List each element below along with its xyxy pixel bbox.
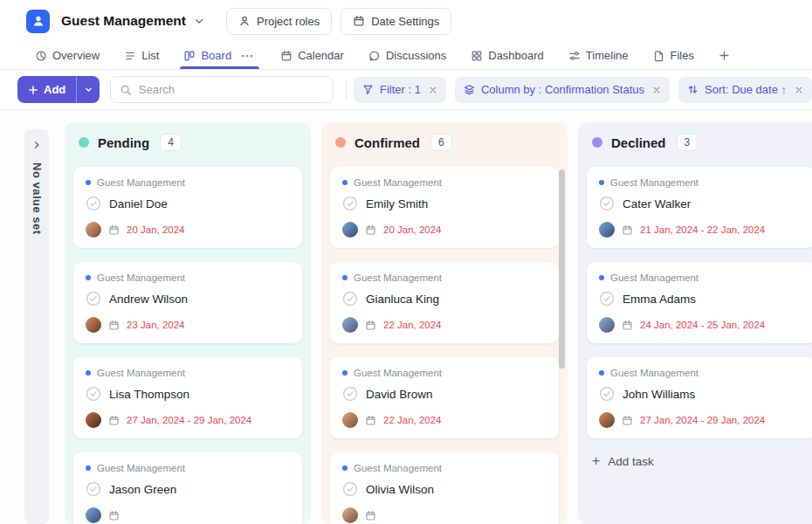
tab-discussions[interactable]: Discussions	[368, 42, 446, 69]
project-dot	[86, 180, 91, 185]
assignee-avatar	[86, 222, 101, 238]
card-project-name: Guest Management	[354, 272, 442, 283]
column-by-clear-icon[interactable]	[652, 86, 661, 94]
check-circle-icon[interactable]	[86, 386, 101, 402]
task-card[interactable]: Guest Management Emma Adams 24 Jan, 2024…	[587, 262, 812, 343]
check-circle-icon[interactable]	[599, 291, 615, 307]
plus-icon: +	[592, 454, 600, 468]
board-options-menu-icon[interactable]: ⋯	[238, 47, 256, 64]
assignee-avatar	[342, 222, 358, 238]
file-icon	[653, 50, 665, 62]
check-circle-icon[interactable]	[342, 291, 358, 307]
check-circle-icon[interactable]	[342, 481, 358, 497]
task-title: Cater Walker	[623, 197, 691, 210]
task-card[interactable]: Guest Management David Brown 22 Jan, 202…	[330, 357, 559, 438]
date-settings-button[interactable]: Date Settings	[341, 8, 451, 35]
filter-chip[interactable]: Filter : 1	[354, 77, 446, 103]
check-circle-icon[interactable]	[86, 196, 101, 211]
task-title: Jason Green	[109, 483, 176, 496]
search-input[interactable]	[139, 83, 324, 96]
column-by-chip[interactable]: Column by : Confirmation Status	[455, 77, 670, 103]
tab-calendar[interactable]: Calendar	[280, 42, 344, 69]
card-project-name: Guest Management	[610, 368, 698, 378]
card-project-name: Guest Management	[354, 368, 442, 378]
project-dot	[599, 275, 604, 280]
tab-files[interactable]: Files	[653, 42, 694, 69]
column-pending: Pending 4 Guest Management Daniel Doe 20…	[65, 122, 311, 524]
card-project-name: Guest Management	[610, 177, 698, 188]
project-roles-label: Project roles	[257, 15, 320, 28]
assignee-avatar	[342, 507, 358, 523]
card-project-name: Guest Management	[354, 463, 442, 473]
tab-timeline[interactable]: Timeline	[568, 42, 629, 69]
due-date: 24 Jan, 2024 - 25 Jan, 2024	[640, 320, 765, 330]
task-card[interactable]: Guest Management Andrew Wilson 23 Jan, 2…	[73, 262, 302, 343]
check-circle-icon[interactable]	[86, 291, 101, 307]
board-toolbar: Add Filter : 1 Column by : Confirmation …	[0, 70, 812, 110]
project-switcher-chevron-icon[interactable]	[193, 15, 205, 27]
collapsed-column-no-value-set[interactable]: No value set	[24, 129, 49, 524]
task-card[interactable]: Guest Management Jason Green	[73, 452, 302, 524]
add-view-button[interactable]	[719, 42, 730, 69]
task-card[interactable]: Guest Management Gianluca King 22 Jan, 2…	[330, 262, 559, 343]
view-tabs: Overview List Board ⋯ Calendar Discussio…	[0, 42, 812, 70]
sort-chip[interactable]: Sort: Due date ↑	[678, 77, 812, 103]
timeline-icon	[568, 50, 581, 62]
date-settings-label: Date Settings	[371, 15, 439, 28]
sort-chip-label: Sort: Due date ↑	[705, 83, 787, 96]
plus-icon	[28, 85, 38, 95]
column-header: Declined 3	[578, 122, 812, 153]
calendar-icon	[365, 320, 376, 331]
column-scrollbar[interactable]	[559, 169, 565, 369]
tab-board[interactable]: Board	[183, 49, 231, 62]
tab-list-label: List	[141, 49, 159, 62]
check-circle-icon[interactable]	[599, 386, 615, 402]
add-button-dropdown[interactable]	[76, 76, 99, 103]
add-button[interactable]: Add	[17, 76, 100, 103]
task-title: Lisa Thompson	[109, 388, 189, 401]
tab-dashboard[interactable]: Dashboard	[471, 42, 544, 69]
person-icon	[238, 15, 251, 27]
task-card[interactable]: Guest Management Olivia Wilson	[330, 452, 559, 524]
column-header: Pending 4	[65, 122, 311, 153]
task-title: Andrew Wilson	[109, 293, 188, 306]
expand-chevron-icon[interactable]	[31, 140, 42, 150]
filter-icon	[362, 84, 374, 95]
dashboard-icon	[471, 50, 483, 62]
filter-clear-icon[interactable]	[429, 86, 437, 94]
check-circle-icon[interactable]	[86, 481, 101, 497]
check-circle-icon[interactable]	[342, 196, 358, 211]
calendar-icon	[365, 224, 376, 236]
add-button-main[interactable]: Add	[17, 76, 76, 103]
column-count-badge: 4	[160, 134, 182, 151]
tab-overview[interactable]: Overview	[35, 42, 100, 69]
list-icon	[124, 50, 136, 62]
task-title: Emma Adams	[623, 293, 696, 306]
project-roles-button[interactable]: Project roles	[226, 8, 332, 35]
card-list: Guest Management Daniel Doe 20 Jan, 2024…	[65, 153, 311, 524]
check-circle-icon[interactable]	[599, 196, 615, 211]
tab-discussions-label: Discussions	[386, 49, 446, 62]
sort-clear-icon[interactable]	[795, 86, 803, 94]
card-list: Guest Management Cater Walker 21 Jan, 20…	[578, 153, 812, 438]
filter-chip-label: Filter : 1	[380, 83, 421, 96]
tab-list[interactable]: List	[124, 42, 159, 69]
card-project-name: Guest Management	[610, 272, 698, 283]
task-title: John Williams	[623, 388, 695, 401]
kanban-board: No value set Pending 4 Guest Management …	[0, 110, 812, 524]
calendar-icon	[622, 415, 633, 426]
calendar-icon	[365, 510, 376, 521]
column-by-chip-label: Column by : Confirmation Status	[481, 83, 644, 96]
task-card[interactable]: Guest Management Cater Walker 21 Jan, 20…	[587, 167, 812, 248]
task-card[interactable]: Guest Management Emily Smith 20 Jan, 202…	[330, 167, 559, 248]
task-title: Gianluca King	[366, 293, 439, 306]
task-card[interactable]: Guest Management Daniel Doe 20 Jan, 2024	[73, 167, 302, 248]
card-project-name: Guest Management	[354, 177, 442, 188]
chat-icon	[368, 50, 381, 62]
task-card[interactable]: Guest Management John Williams 27 Jan, 2…	[587, 357, 812, 438]
add-task-button[interactable]: + Add task	[592, 454, 812, 468]
check-circle-icon[interactable]	[342, 386, 358, 402]
task-card[interactable]: Guest Management Lisa Thompson 27 Jan, 2…	[73, 357, 302, 438]
task-title: David Brown	[366, 388, 433, 401]
search-box[interactable]	[110, 76, 334, 103]
